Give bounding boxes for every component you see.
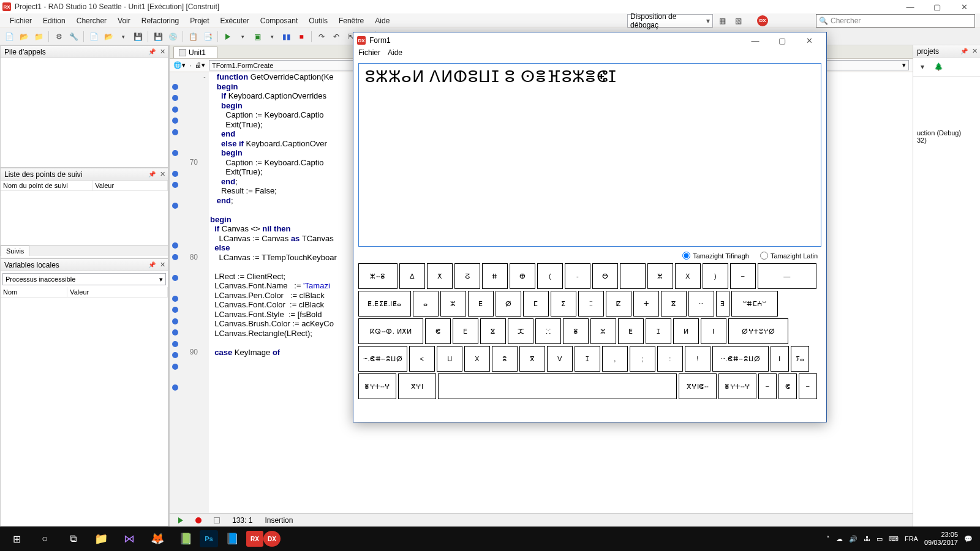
key[interactable]: ⵞ (425, 318, 451, 344)
close-icon[interactable]: ✕ (160, 48, 165, 56)
start-button[interactable]: ⊞ (2, 527, 31, 551)
new-file-icon[interactable]: 📄 (2, 30, 16, 43)
running-app-icon[interactable]: DX (263, 531, 281, 547)
key[interactable]: ⴻⵖⵜⵧⵖ (718, 373, 756, 399)
key[interactable]: ⵣ (440, 291, 466, 317)
photoshop-icon[interactable]: Ps (200, 530, 218, 547)
battery-icon[interactable]: ▭ (876, 535, 883, 543)
radstudio-icon[interactable]: RX (246, 531, 263, 547)
keyboard-icon[interactable]: ⌨ (889, 535, 899, 543)
step-into-icon[interactable]: ↷ (315, 30, 328, 43)
menu-composant[interactable]: Composant (255, 15, 303, 27)
tray-chevron-icon[interactable]: ˄ (826, 535, 830, 543)
key[interactable]: − (730, 263, 756, 289)
visualstudio-icon[interactable]: ⋈ (115, 527, 143, 551)
pin-icon[interactable]: 📌 (960, 48, 968, 54)
key[interactable]: ⵒ (454, 263, 480, 289)
search-box[interactable]: 🔍 Chercher (816, 14, 975, 28)
key[interactable]: ⴵ (480, 318, 506, 344)
key[interactable]: < (409, 346, 435, 372)
key[interactable]: ( (537, 263, 563, 289)
key[interactable]: ⵥ (647, 263, 673, 289)
firefox-icon[interactable]: 🦊 (143, 527, 172, 551)
menu-fichier[interactable]: Fichier (5, 15, 37, 27)
paste-icon[interactable]: 📑 (201, 30, 214, 43)
language-indicator[interactable]: FRA (905, 535, 918, 542)
open-folder-icon[interactable]: 📂 (17, 30, 31, 43)
save-icon[interactable]: 💾 (131, 30, 145, 43)
run-icon[interactable] (221, 30, 235, 43)
layout-combo[interactable]: Disposition de débogaç▾ (627, 14, 713, 28)
menu-outils[interactable]: Outils (304, 15, 333, 27)
menu-exécuter[interactable]: Exécuter (216, 15, 254, 27)
key[interactable]: ⵜ (633, 291, 659, 317)
key[interactable]: ⵯⵌⵎⵄⵯ (731, 291, 778, 317)
menu-projet[interactable]: Projet (185, 15, 214, 27)
clock[interactable]: 23:05 09/03/2017 (924, 531, 958, 547)
layout-rename-icon[interactable]: ▧ (731, 14, 745, 28)
watch-tab[interactable]: Suivis (1, 246, 29, 256)
key[interactable]: ⵁⵖⵜⵓⵖⵁ (728, 318, 788, 344)
key[interactable]: ⵌ (482, 263, 508, 289)
new-item-icon[interactable]: 📄 (87, 30, 100, 43)
pin-icon[interactable]: 📌 (148, 261, 156, 268)
menu-voir[interactable]: Voir (113, 15, 135, 27)
pause-icon[interactable]: ▮▮ (280, 30, 293, 43)
run-nodebug-dd-icon[interactable]: ▾ (265, 30, 279, 43)
key[interactable]: ⴸ (547, 346, 573, 372)
key[interactable]: ⴹ (453, 318, 478, 344)
key[interactable]: ⴺ (716, 291, 729, 317)
notifications-icon[interactable]: 💬 (964, 535, 973, 543)
run-nodebug-icon[interactable]: ▣ (251, 30, 264, 43)
key[interactable]: ⴱ (592, 263, 618, 289)
form1-close-button[interactable]: ✕ (796, 34, 823, 47)
project-tree-item[interactable]: uction (Debug) (917, 129, 976, 137)
key[interactable]: − (758, 373, 777, 399)
key[interactable]: ; (630, 346, 655, 372)
close-button[interactable]: ✕ (951, 0, 978, 13)
key[interactable]: , (602, 346, 628, 372)
radio-latin[interactable]: Tamazight Latin (760, 252, 818, 260)
key[interactable]: ⵊ (646, 318, 671, 344)
locals-process-combo[interactable]: Processus inaccessible▾ (2, 273, 166, 285)
form1-menu-file[interactable]: Fichier (358, 48, 380, 61)
volume-icon[interactable]: 🔊 (849, 535, 858, 543)
history-back-icon[interactable]: 🌐▾ (173, 61, 186, 69)
copy-icon[interactable]: 📋 (186, 30, 200, 43)
form1-text-editor[interactable]: ⵓⵣⵣⴰⵍ ⴷⵍⵀⵓⵡⵊ ⵓ ⵙⴻⴼⵓⵣⴻⵞⵊ (358, 63, 821, 247)
open-project-icon[interactable]: 📁 (32, 30, 45, 43)
explorer-icon[interactable]: 📁 (87, 527, 115, 551)
key[interactable]: ⵋ (508, 318, 533, 344)
stop-icon[interactable]: ■ (295, 30, 308, 43)
run-dropdown-icon[interactable]: ▾ (236, 30, 249, 43)
menu-aide[interactable]: Aide (370, 15, 394, 27)
close-icon[interactable]: ✕ (160, 170, 165, 178)
onedrive-icon[interactable]: ☁ (836, 535, 843, 543)
key[interactable]: ⴰ (413, 291, 439, 317)
menu-chercher[interactable]: Chercher (72, 15, 111, 27)
menu-refactoring[interactable]: Refactoring (137, 15, 184, 27)
key[interactable]: ⵅ (427, 263, 453, 289)
notepadpp-icon[interactable]: 📗 (172, 527, 200, 551)
radio-tifinagh[interactable]: Tamazight Tifinagh (682, 252, 749, 260)
key[interactable]: ⵁ (496, 291, 521, 317)
key[interactable]: ⴽⵕⵧⵀ. ⵍⵅⵍ (358, 318, 423, 344)
key[interactable]: ⴻⵖⵜⵧⵖ (358, 373, 396, 399)
notepad-icon[interactable]: 📘 (218, 527, 246, 551)
tree-icon[interactable]: 🌲 (932, 60, 945, 73)
form1-maximize-button[interactable]: ▢ (769, 34, 796, 47)
key[interactable]: ⵉ (551, 291, 576, 317)
cortana-icon[interactable]: ○ (31, 527, 59, 551)
key[interactable]: ⵠ (399, 263, 425, 289)
key[interactable]: ⵇ (606, 291, 631, 317)
dx-icon[interactable]: DX (757, 15, 768, 26)
key[interactable]: ⵝ (675, 263, 701, 289)
key[interactable]: ⵏ (701, 318, 726, 344)
step-over-icon[interactable]: ↶ (330, 30, 343, 43)
key[interactable]: ⵘ (535, 318, 561, 344)
key[interactable]: ⵈ (688, 291, 714, 317)
key[interactable]: ) (703, 263, 728, 289)
key[interactable] (620, 263, 646, 289)
key[interactable]: ⵝ (464, 346, 490, 372)
pin-icon[interactable]: 📌 (148, 171, 156, 178)
